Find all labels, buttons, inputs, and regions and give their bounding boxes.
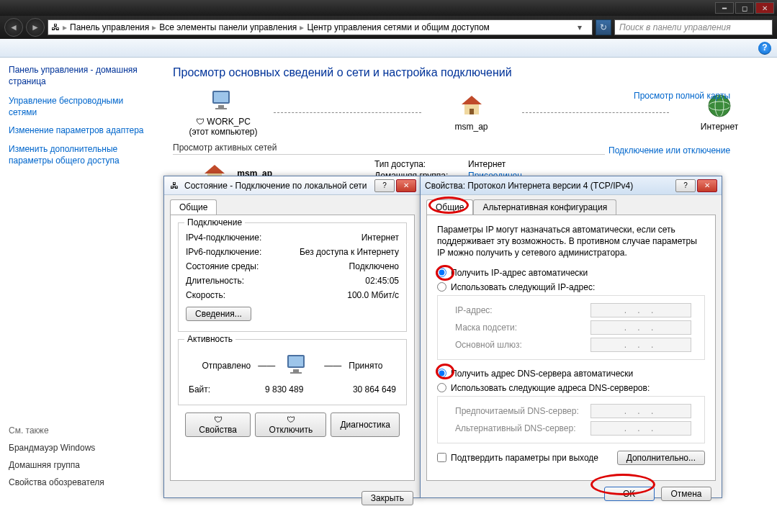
- dns-preferred-field: . . .: [590, 404, 691, 418]
- address-row: ◄ ► 🖧 ▸ Панель управления ▸ Все элементы…: [0, 16, 777, 39]
- refresh-button[interactable]: ↻: [596, 19, 611, 35]
- window-titlebar: ━ ◻ ✕: [0, 0, 777, 16]
- nav-back-button[interactable]: ◄: [4, 18, 23, 37]
- sent-label: Отправлено: [202, 361, 251, 371]
- seealso-title: См. также: [9, 425, 150, 436]
- tab-general[interactable]: Общие: [426, 199, 473, 215]
- duration-label: Длительность:: [186, 276, 244, 286]
- close-dialog-button[interactable]: Закрыть: [361, 491, 413, 505]
- access-type-value: Интернет: [468, 159, 562, 169]
- node-internet-label: Интернет: [676, 122, 763, 132]
- seealso-firewall[interactable]: Брандмауэр Windows: [9, 443, 150, 453]
- svg-rect-6: [470, 109, 474, 114]
- svg-marker-4: [462, 96, 482, 104]
- ipv4-properties-dialog: Свойства: Протокол Интернета версии 4 (T…: [420, 176, 722, 498]
- connection-status-dialog: 🖧 Состояние - Подключение по локальной с…: [163, 176, 421, 498]
- nav-forward-button[interactable]: ►: [26, 18, 45, 37]
- breadcrumb-leaf[interactable]: Центр управления сетями и общим доступом: [307, 22, 490, 32]
- received-label: Принято: [349, 361, 382, 371]
- radio-ip-auto[interactable]: Получить IP-адрес автоматически: [437, 268, 705, 278]
- minimize-button[interactable]: ━: [715, 2, 734, 14]
- svg-rect-3: [215, 108, 227, 109]
- maximize-button[interactable]: ◻: [735, 2, 754, 14]
- ipv4-conn-value: Интернет: [361, 233, 399, 243]
- subnet-mask-field: . . .: [590, 320, 691, 335]
- gateway-label: Основной шлюз:: [455, 340, 585, 350]
- page-title: Просмотр основных сведений о сети и наст…: [173, 66, 763, 79]
- network-icon: 🖧: [169, 180, 180, 191]
- close-button[interactable]: ✕: [755, 2, 774, 14]
- dns-alternate-label: Альтернативный DNS-сервер:: [455, 423, 585, 433]
- seealso-browser[interactable]: Свойства обозревателя: [9, 477, 150, 487]
- advanced-button[interactable]: Дополнительно...: [617, 451, 705, 465]
- bytes-label: Байт:: [189, 384, 210, 395]
- ip-address-field: . . .: [590, 303, 691, 317]
- subnet-mask-label: Маска подсети:: [455, 323, 585, 333]
- house-icon: [457, 93, 486, 119]
- breadcrumb-mid[interactable]: Все элементы панели управления: [159, 22, 297, 32]
- ipv6-conn-value: Без доступа к Интернету: [300, 247, 399, 257]
- help-icon[interactable]: ?: [758, 42, 771, 55]
- network-icon: 🖧: [51, 22, 60, 32]
- speed-value: 100.0 Мбит/с: [347, 290, 399, 300]
- group-connection-title: Подключение: [184, 217, 245, 227]
- duration-value: 02:45:05: [365, 276, 399, 286]
- seealso-homegroup[interactable]: Домашняя группа: [9, 460, 150, 470]
- connect-disconnect-link[interactable]: Подключение или отключение: [608, 145, 730, 155]
- tab-alternate[interactable]: Альтернативная конфигурация: [473, 199, 616, 215]
- bytes-recv-value: 30 864 649: [353, 384, 396, 395]
- search-input[interactable]: Поиск в панели управления: [614, 19, 773, 35]
- media-state-label: Состояние среды:: [186, 261, 259, 271]
- svg-rect-17: [290, 372, 302, 374]
- ipv4-conn-label: IPv4-подключение:: [186, 233, 261, 243]
- dialog-help-button[interactable]: ?: [374, 179, 395, 192]
- radio-dns-manual[interactable]: Использовать следующие адреса DNS-сервер…: [437, 383, 705, 393]
- pc-icon: [209, 88, 238, 114]
- radio-ip-manual[interactable]: Использовать следующий IP-адрес:: [437, 282, 705, 292]
- disable-button[interactable]: 🛡 Отключить: [255, 412, 326, 437]
- properties-button[interactable]: 🛡 Свойства: [185, 412, 251, 437]
- dialog-title: Состояние - Подключение по локальной сет…: [184, 181, 373, 191]
- breadcrumb-dropdown-icon[interactable]: ▾: [578, 22, 589, 32]
- details-button[interactable]: Сведения...: [186, 307, 251, 321]
- ipv4-dialog-title: Свойства: Протокол Интернета версии 4 (T…: [425, 181, 674, 191]
- ipv4-close-button[interactable]: ✕: [697, 179, 717, 192]
- sidebar-link-wireless[interactable]: Управление беспроводными сетями: [9, 96, 150, 118]
- ok-button[interactable]: OK: [604, 487, 655, 501]
- dialog-close-button[interactable]: ✕: [396, 179, 416, 192]
- gateway-field: . . .: [590, 338, 691, 352]
- sidebar-link-adapter[interactable]: Изменение параметров адаптера: [9, 125, 150, 137]
- tab-general[interactable]: Общие: [170, 199, 217, 215]
- node-ap-label: msm_ap: [428, 122, 515, 132]
- svg-rect-2: [218, 105, 224, 108]
- ipv4-help-button[interactable]: ?: [675, 179, 696, 192]
- diagnose-button[interactable]: Диагностика: [331, 412, 400, 437]
- validate-checkbox[interactable]: Подтвердить параметры при выходе: [437, 453, 598, 463]
- access-type-label: Тип доступа:: [374, 159, 468, 169]
- full-map-link[interactable]: Просмотр полной карты: [634, 91, 730, 101]
- search-placeholder: Поиск в панели управления: [619, 22, 731, 32]
- ipv4-help-text: Параметры IP могут назначаться автоматич…: [437, 224, 705, 259]
- toolstrip: ?: [0, 39, 777, 58]
- sidebar-link-sharing[interactable]: Изменить дополнительные параметры общего…: [9, 144, 150, 166]
- cancel-button[interactable]: Отмена: [661, 487, 711, 501]
- dns-preferred-label: Предпочитаемый DNS-сервер:: [455, 406, 585, 416]
- svg-marker-11: [205, 165, 225, 173]
- radio-dns-auto[interactable]: Получить адрес DNS-сервера автоматически: [437, 369, 705, 379]
- active-networks-title: Просмотр активных сетей: [173, 143, 605, 155]
- ipv6-conn-label: IPv6-подключение:: [186, 247, 261, 257]
- group-activity-title: Активность: [184, 334, 235, 344]
- dns-alternate-field: . . .: [590, 421, 691, 436]
- node-pc-sub: (этот компьютер): [180, 127, 266, 137]
- sidebar-home[interactable]: Панель управления - домашняя страница: [9, 65, 150, 87]
- svg-rect-16: [293, 369, 299, 372]
- node-pc-label: WORK_PC: [207, 117, 251, 127]
- ip-address-label: IP-адрес:: [455, 305, 585, 315]
- activity-icon: [282, 351, 317, 380]
- svg-rect-1: [214, 92, 228, 102]
- breadcrumb-root[interactable]: Панель управления: [70, 22, 149, 32]
- breadcrumb[interactable]: 🖧 ▸ Панель управления ▸ Все элементы пан…: [48, 19, 593, 35]
- sidebar: Панель управления - домашняя страница Уп…: [0, 58, 158, 532]
- media-state-value: Подключено: [349, 261, 399, 271]
- shield-icon: 🛡: [196, 117, 205, 127]
